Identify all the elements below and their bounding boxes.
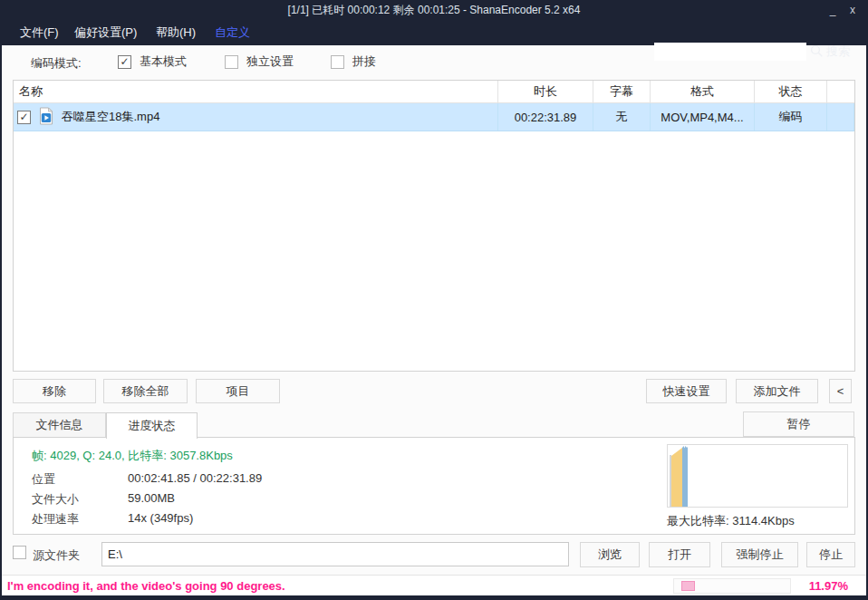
menu-file[interactable]: 文件(F) [20, 20, 59, 45]
progress-percent: 11.97% [794, 576, 848, 596]
position-label: 位置 [32, 471, 55, 488]
speed-label: 处理速率 [32, 511, 79, 527]
table-header-row: 名称 时长 字幕 格式 状态 [14, 81, 854, 103]
file-size-label: 文件大小 [32, 491, 79, 508]
file-subtitle: 无 [593, 103, 651, 131]
search-button-label[interactable]: 搜索 [826, 43, 850, 61]
minimize-button[interactable]: _ [823, 0, 843, 20]
encode-progress-bar [673, 578, 791, 594]
bitrate-graph [667, 444, 848, 508]
remove-all-button[interactable]: 移除全部 [103, 379, 188, 403]
column-header-spacer [827, 81, 854, 102]
mode-option-independent[interactable]: 独立设置 [225, 53, 294, 70]
column-header-subtitle[interactable]: 字幕 [593, 81, 651, 102]
open-button[interactable]: 打开 [649, 542, 710, 567]
column-header-duration[interactable]: 时长 [498, 81, 593, 102]
position-value: 00:02:41.85 / 00:22:31.89 [128, 471, 262, 485]
file-row-checkbox[interactable]: ✓ [17, 111, 31, 124]
collapse-button[interactable]: < [829, 379, 852, 403]
file-name-cell: ✓ 吞噬星空18集.mp4 [14, 103, 498, 131]
table-row[interactable]: ✓ 吞噬星空18集.mp4 00:22:31.89 无 MOV,MP4,M4..… [14, 103, 854, 131]
shanaencoder-window: [1/1] 已耗时 00:00:12 剩余 00:01:25 - ShanaEn… [0, 0, 868, 600]
mode-option-concat[interactable]: 拼接 [331, 53, 376, 70]
window-border-left [0, 0, 2, 600]
video-file-icon [38, 107, 54, 128]
menu-preferences[interactable]: 偏好设置(P) [74, 20, 137, 45]
file-duration: 00:22:31.89 [498, 103, 593, 131]
add-file-button[interactable]: 添加文件 [736, 379, 818, 403]
max-bitrate-label: 最大比特率: 3114.4Kbps [667, 513, 795, 529]
menu-customize[interactable]: 自定义 [215, 20, 250, 45]
status-message: I'm encoding it, and the video's going 9… [7, 576, 285, 596]
file-format: MOV,MP4,M4... [651, 103, 755, 131]
encode-mode-label: 编码模式: [31, 55, 82, 72]
mode-option-label: 基本模式 [140, 53, 187, 70]
output-path-input[interactable] [101, 542, 569, 566]
file-row-spacer [827, 103, 854, 131]
tab-progress-status[interactable]: 进度状态 [106, 412, 198, 439]
speed-value: 14x (349fps) [128, 511, 193, 525]
file-status: 编码 [755, 103, 827, 131]
checkbox-concat[interactable] [331, 55, 344, 69]
encoding-stats-line: 帧: 4029, Q: 24.0, 比特率: 3057.8Kbps [32, 448, 233, 464]
menu-bar: 文件(F) 偏好设置(P) 帮助(H) 自定义 搜索 [0, 20, 868, 45]
mode-option-label: 拼接 [352, 53, 376, 70]
checkbox-basic-mode[interactable]: ✓ [118, 55, 131, 69]
column-header-status[interactable]: 状态 [755, 81, 827, 102]
file-queue-table: 名称 时长 字幕 格式 状态 ✓ 吞噬星空18集.mp4 00:22:31.89… [13, 80, 855, 372]
window-title: [1/1] 已耗时 00:00:12 剩余 00:01:25 - ShanaEn… [288, 3, 581, 18]
quick-settings-button[interactable]: 快速设置 [646, 379, 727, 403]
progress-fill [681, 581, 695, 591]
checkbox-independent-settings[interactable] [225, 55, 238, 69]
project-button[interactable]: 项目 [196, 379, 280, 403]
progress-status-panel: 帧: 4029, Q: 24.0, 比特率: 3057.8Kbps 位置 00:… [13, 437, 855, 535]
file-name: 吞噬星空18集.mp4 [62, 109, 159, 125]
menu-help[interactable]: 帮助(H) [156, 20, 196, 45]
source-folder-label: 源文件夹 [33, 547, 80, 564]
tab-file-info[interactable]: 文件信息 [13, 412, 106, 438]
status-bar: I'm encoding it, and the video's going 9… [0, 575, 868, 595]
mode-option-basic[interactable]: ✓ 基本模式 [118, 53, 187, 70]
file-size-value: 59.00MB [128, 491, 175, 505]
source-folder-checkbox[interactable] [13, 546, 26, 559]
column-header-name[interactable]: 名称 [14, 81, 498, 102]
column-header-format[interactable]: 格式 [651, 81, 755, 102]
title-bar: [1/1] 已耗时 00:00:12 剩余 00:01:25 - ShanaEn… [0, 0, 868, 20]
search-input[interactable] [654, 43, 806, 61]
force-stop-button[interactable]: 强制停止 [721, 542, 798, 567]
browse-button[interactable]: 浏览 [580, 542, 640, 567]
search-icon [810, 44, 824, 62]
pause-button[interactable]: 暂停 [743, 411, 854, 437]
mode-option-label: 独立设置 [246, 53, 294, 70]
remove-button[interactable]: 移除 [13, 379, 96, 403]
window-border-bottom [0, 595, 868, 600]
stop-button[interactable]: 停止 [806, 542, 855, 567]
close-button[interactable]: x [843, 0, 863, 20]
